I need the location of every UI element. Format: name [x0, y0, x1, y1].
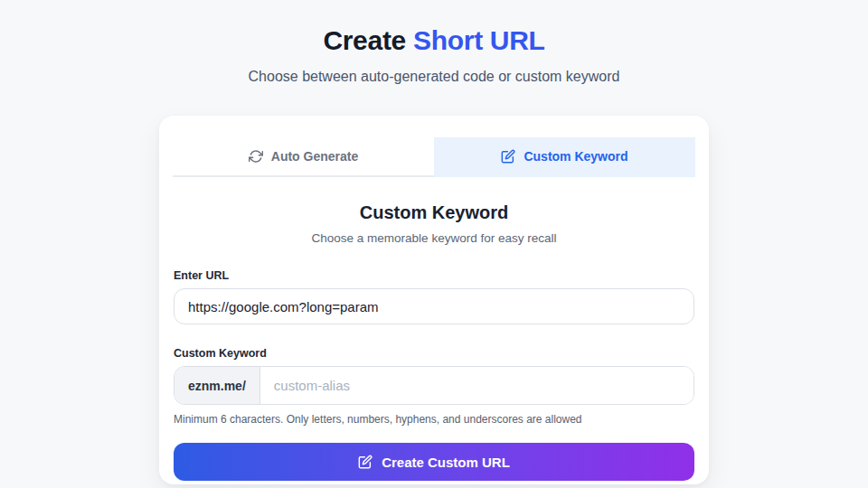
tab-custom-keyword[interactable]: Custom Keyword	[434, 137, 695, 177]
page-header: Create Short URL Choose between auto-gen…	[0, 0, 868, 87]
page-title-accent: Short URL	[413, 25, 545, 55]
edit-icon	[501, 149, 515, 164]
page-title: Create Short URL	[0, 23, 868, 58]
tab-auto-generate[interactable]: Auto Generate	[173, 137, 434, 177]
create-url-card: Auto Generate Custom Keyword Custom Keyw…	[159, 116, 709, 484]
page-title-prefix: Create	[323, 25, 413, 55]
tab-auto-generate-label: Auto Generate	[271, 149, 358, 164]
create-custom-url-button[interactable]: Create Custom URL	[174, 443, 694, 481]
edit-icon	[358, 455, 373, 469]
url-input[interactable]	[174, 288, 694, 324]
tab-custom-keyword-label: Custom Keyword	[524, 149, 627, 164]
panel-subheading: Choose a memorable keyword for easy reca…	[173, 230, 695, 247]
url-field-label: Enter URL	[174, 269, 694, 282]
keyword-input[interactable]	[260, 367, 693, 404]
domain-prefix: eznm.me/	[175, 367, 260, 404]
custom-keyword-form: Enter URL Custom Keyword eznm.me/ Minimu…	[173, 269, 695, 481]
page-subtitle: Choose between auto-generated code or cu…	[0, 67, 868, 87]
keyword-help-text: Minimum 6 characters. Only letters, numb…	[174, 413, 694, 426]
keyword-input-group: eznm.me/	[174, 366, 694, 405]
tab-bar: Auto Generate Custom Keyword	[173, 137, 695, 177]
create-custom-url-label: Create Custom URL	[382, 455, 510, 470]
refresh-icon	[249, 149, 263, 164]
panel-heading: Custom Keyword	[173, 201, 695, 224]
keyword-field-label: Custom Keyword	[174, 347, 694, 360]
